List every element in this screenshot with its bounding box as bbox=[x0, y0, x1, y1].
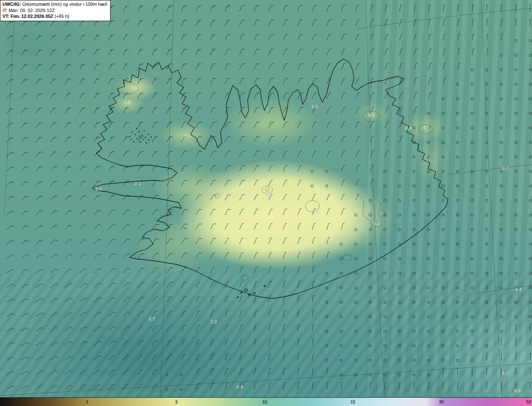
calm-wind-icon bbox=[427, 127, 430, 129]
valid-time: VT: Fim. 12.02.2026 05Z bbox=[2, 14, 53, 19]
calm-wind-icon bbox=[398, 199, 401, 202]
calm-wind-icon bbox=[442, 286, 444, 289]
calm-wind-icon bbox=[515, 199, 517, 202]
calm-wind-icon bbox=[515, 272, 517, 274]
calm-wind-icon bbox=[485, 330, 488, 333]
calm-wind-icon bbox=[180, 388, 182, 391]
calm-wind-icon bbox=[456, 214, 459, 216]
calm-wind-icon bbox=[325, 301, 328, 303]
calm-wind-icon bbox=[471, 345, 473, 347]
calm-wind-icon bbox=[398, 228, 401, 231]
colorbar-tick: 30 bbox=[439, 398, 444, 406]
calm-wind-icon bbox=[500, 286, 502, 289]
calm-wind-icon bbox=[398, 316, 401, 318]
calm-wind-icon bbox=[500, 83, 502, 86]
calm-wind-icon bbox=[384, 199, 386, 202]
calm-wind-icon bbox=[456, 257, 459, 260]
calm-wind-icon bbox=[369, 214, 372, 216]
calm-wind-icon bbox=[355, 316, 357, 318]
calm-wind-icon bbox=[515, 39, 517, 42]
calm-wind-icon bbox=[325, 170, 328, 173]
calm-wind-icon bbox=[427, 156, 430, 158]
meridian-line bbox=[4, 0, 15, 216]
calm-wind-icon bbox=[500, 68, 502, 71]
calm-wind-icon bbox=[369, 286, 372, 289]
calm-wind-icon bbox=[340, 316, 342, 318]
calm-wind-icon bbox=[471, 228, 473, 231]
calm-wind-icon bbox=[515, 185, 517, 187]
weather-map: 4.32.94.53.44.94.54.83.72.22.00.90.80.44… bbox=[0, 0, 532, 406]
calm-wind-icon bbox=[398, 286, 401, 289]
calm-wind-icon bbox=[325, 286, 328, 289]
calm-wind-icon bbox=[369, 243, 372, 245]
calm-wind-icon bbox=[529, 185, 532, 187]
calm-wind-icon bbox=[471, 330, 473, 333]
calm-wind-icon bbox=[384, 272, 386, 274]
calm-wind-icon bbox=[500, 316, 502, 318]
forecast-offset: (+65 h) bbox=[53, 14, 69, 19]
calm-wind-icon bbox=[369, 316, 372, 318]
calm-wind-icon bbox=[427, 374, 430, 376]
calm-wind-icon bbox=[398, 330, 401, 333]
vestmannaeyjar-islands bbox=[237, 285, 266, 298]
parallel-line bbox=[447, 164, 532, 175]
calm-wind-icon bbox=[165, 388, 168, 391]
calm-wind-icon bbox=[500, 127, 502, 129]
calm-wind-icon bbox=[529, 54, 532, 56]
calm-wind-icon bbox=[384, 345, 386, 347]
calm-wind-icon bbox=[398, 185, 401, 187]
calm-wind-icon bbox=[485, 214, 488, 216]
colorbar-tick: 5 bbox=[175, 398, 178, 406]
calm-wind-icon bbox=[398, 359, 401, 362]
calm-wind-icon bbox=[515, 98, 517, 100]
calm-wind-icon bbox=[355, 257, 357, 260]
calm-wind-icon bbox=[500, 257, 502, 260]
calm-wind-icon bbox=[325, 345, 328, 347]
calm-wind-icon bbox=[340, 345, 342, 347]
calm-wind-icon bbox=[529, 98, 532, 100]
calm-wind-icon bbox=[456, 83, 459, 86]
calm-wind-icon bbox=[413, 374, 415, 376]
calm-wind-icon bbox=[500, 98, 502, 100]
calm-wind-icon bbox=[384, 228, 386, 231]
calm-wind-icon bbox=[456, 112, 459, 115]
calm-wind-icon bbox=[442, 272, 444, 274]
calm-wind-icon bbox=[413, 286, 415, 289]
calm-wind-icon bbox=[427, 257, 430, 260]
calm-wind-icon bbox=[340, 286, 342, 289]
calm-wind-icon bbox=[427, 185, 430, 187]
calm-wind-icon bbox=[355, 243, 357, 245]
calm-wind-icon bbox=[340, 359, 342, 362]
meridian-line bbox=[366, 0, 385, 398]
calm-wind-icon bbox=[515, 54, 517, 56]
calm-wind-icon bbox=[442, 301, 444, 303]
calm-wind-icon bbox=[413, 330, 415, 333]
calm-wind-icon bbox=[442, 112, 444, 115]
calm-wind-icon bbox=[384, 286, 386, 289]
calm-wind-icon bbox=[471, 112, 473, 115]
calm-wind-icon bbox=[398, 257, 401, 260]
calm-wind-icon bbox=[384, 301, 386, 303]
calm-wind-icon bbox=[398, 301, 401, 303]
calm-wind-icon bbox=[442, 345, 444, 347]
calm-wind-icon bbox=[456, 330, 459, 333]
calm-wind-icon bbox=[471, 257, 473, 260]
calm-wind-icon bbox=[398, 272, 401, 274]
calm-wind-icon bbox=[515, 301, 517, 303]
calm-wind-icon bbox=[355, 345, 357, 347]
calm-wind-icon bbox=[471, 185, 473, 187]
calm-wind-icon bbox=[456, 286, 459, 289]
calm-wind-icon bbox=[369, 199, 372, 202]
calm-wind-icon bbox=[515, 141, 517, 144]
calm-wind-icon bbox=[442, 199, 444, 202]
calm-wind-icon bbox=[500, 112, 502, 115]
calm-wind-icon bbox=[500, 330, 502, 333]
calm-wind-icon bbox=[515, 127, 517, 129]
calm-wind-icon bbox=[515, 243, 517, 245]
wind-barbs bbox=[7, 5, 532, 391]
calm-wind-icon bbox=[471, 243, 473, 245]
calm-wind-icon bbox=[515, 68, 517, 71]
colorbar: 1510153050 bbox=[0, 397, 532, 406]
calm-wind-icon bbox=[413, 199, 415, 202]
calm-wind-icon bbox=[529, 272, 532, 274]
